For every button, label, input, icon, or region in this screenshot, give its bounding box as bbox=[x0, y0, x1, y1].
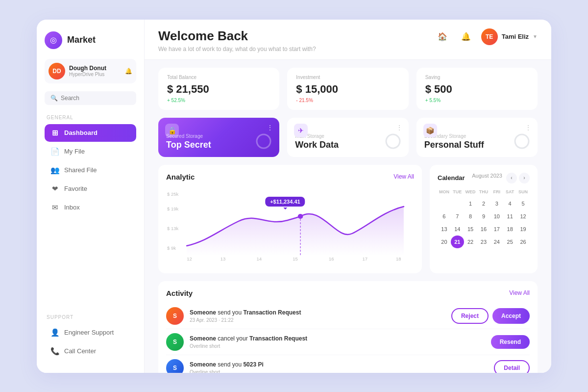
activity-view-all[interactable]: View All bbox=[509, 289, 530, 296]
calendar-day[interactable]: 26 bbox=[516, 235, 530, 248]
calendar-day[interactable]: 6 bbox=[438, 210, 451, 223]
svg-point-17 bbox=[298, 214, 303, 219]
calendar-day[interactable]: 21 bbox=[451, 235, 464, 248]
calendar-grid: MON TUE WED THU FRI SAT SUN 123456789101… bbox=[438, 188, 530, 248]
stat-card-balance: Total Balance $ 21,550 + 52.5% bbox=[158, 68, 279, 110]
phone-icon: 📞 bbox=[50, 347, 59, 356]
calendar-day[interactable]: 20 bbox=[438, 235, 451, 248]
svg-text:$ 25k: $ 25k bbox=[167, 192, 179, 197]
calendar-day[interactable]: 8 bbox=[464, 210, 477, 223]
activity-text: Someone send you 5023 Pi bbox=[190, 361, 488, 369]
cal-day-tue: TUE bbox=[451, 188, 464, 197]
calendar-prev-button[interactable]: ‹ bbox=[506, 173, 517, 183]
menu-dots-icon[interactable]: ⋮ bbox=[396, 124, 403, 131]
storage-card-top-secret[interactable]: 🔒 ⋮ Secured Storage Top Secret bbox=[158, 118, 279, 157]
storage-card-work-data[interactable]: ✈ ⋮ Main Storage Work Data bbox=[287, 118, 408, 157]
sidebar-logo: ◎ Market bbox=[45, 31, 136, 49]
calendar-day[interactable]: 2 bbox=[477, 197, 490, 210]
search-input[interactable] bbox=[61, 95, 130, 102]
analytic-view-all[interactable]: View All bbox=[393, 173, 414, 180]
activity-actions: Resend bbox=[491, 335, 530, 349]
svg-text:16: 16 bbox=[329, 257, 334, 261]
calendar-day[interactable]: 18 bbox=[503, 223, 516, 235]
calendar-day[interactable]: 4 bbox=[503, 197, 516, 210]
calendar-next-button[interactable]: › bbox=[519, 173, 530, 183]
reject-button[interactable]: Reject bbox=[451, 308, 489, 324]
sidebar-item-engineer[interactable]: 👤 Engineer Support bbox=[45, 324, 136, 341]
menu-dots-icon[interactable]: ⋮ bbox=[525, 124, 532, 131]
svg-text:14: 14 bbox=[256, 257, 262, 261]
calendar-day[interactable]: 13 bbox=[438, 223, 451, 235]
stat-label: Total Balance bbox=[167, 75, 270, 80]
calendar-day[interactable] bbox=[451, 197, 464, 210]
calendar-panel: Calendar August 2023 ‹ › MON TUE WED THU bbox=[430, 165, 538, 273]
dashboard-container: ◎ Market DD Dough Donut HyperDrive Plus … bbox=[37, 20, 551, 373]
sidebar-item-dashboard[interactable]: ⊞ Dashboard bbox=[45, 124, 136, 142]
calendar-day[interactable]: 16 bbox=[477, 223, 490, 235]
calendar-day[interactable]: 1 bbox=[464, 197, 477, 210]
calendar-day[interactable]: 24 bbox=[490, 235, 503, 248]
calendar-day[interactable]: 12 bbox=[516, 210, 530, 223]
user-profile[interactable]: DD Dough Donut HyperDrive Plus 🔔 bbox=[45, 59, 136, 83]
storage-row: 🔒 ⋮ Secured Storage Top Secret ✈ ⋮ Main … bbox=[145, 118, 551, 165]
stat-value: $ 21,550 bbox=[167, 83, 270, 96]
sidebar-item-inbox[interactable]: ✉ Inbox bbox=[45, 199, 136, 216]
sidebar-item-myfile[interactable]: 📄 My File bbox=[45, 143, 136, 160]
storage-progress-ring bbox=[384, 132, 402, 150]
calendar-day[interactable]: 7 bbox=[451, 210, 464, 223]
calendar-day[interactable]: 3 bbox=[490, 197, 503, 210]
general-section-label: GENERAL bbox=[45, 115, 136, 120]
calendar-day[interactable]: 14 bbox=[451, 223, 464, 235]
sidebar-item-label: Engineer Support bbox=[64, 329, 114, 336]
support-section: SUPPORT 👤 Engineer Support 📞 Call Center bbox=[45, 314, 136, 361]
analytic-title: Analytic bbox=[166, 173, 195, 181]
header: Welcome Back We have a lot of work to da… bbox=[145, 20, 551, 60]
activity-item: SSomeone send you Transaction Request23 … bbox=[166, 303, 530, 329]
calendar-day[interactable]: 17 bbox=[490, 223, 503, 235]
sidebar-item-sharedfile[interactable]: 👥 Shared File bbox=[45, 161, 136, 179]
stat-change: + 52.5% bbox=[167, 98, 270, 103]
header-user[interactable]: TE Tami Eliz ▼ bbox=[481, 28, 538, 45]
plane-icon: ✈ bbox=[294, 124, 308, 137]
calendar-day[interactable]: 9 bbox=[477, 210, 490, 223]
calendar-day[interactable]: 5 bbox=[516, 197, 530, 210]
activity-header: Activity View All bbox=[166, 289, 530, 297]
notification-bell-icon[interactable]: 🔔 bbox=[125, 68, 132, 75]
chevron-down-icon: ▼ bbox=[533, 34, 538, 39]
activity-item: SSomeone cancel your Transaction Request… bbox=[166, 329, 530, 355]
storage-card-personal[interactable]: 📦 ⋮ Secondary Storage Personal Stuff bbox=[416, 118, 538, 157]
accept-button[interactable]: Accept bbox=[492, 308, 530, 324]
calendar-day[interactable]: 25 bbox=[503, 235, 516, 248]
sidebar-item-favorite[interactable]: ❤ Favorite bbox=[45, 180, 136, 198]
bell-icon[interactable]: 🔔 bbox=[458, 28, 474, 45]
search-box[interactable]: 🔍 bbox=[45, 91, 136, 105]
calendar-day[interactable] bbox=[438, 197, 451, 210]
activity-text: Someone cancel your Transaction Request bbox=[190, 335, 485, 343]
calendar-day[interactable]: 10 bbox=[490, 210, 503, 223]
activity-avatar: S bbox=[166, 333, 184, 351]
header-right: 🏠 🔔 TE Tami Eliz ▼ bbox=[434, 28, 538, 45]
calendar-day[interactable]: 23 bbox=[477, 235, 490, 248]
calendar-nav: August 2023 ‹ › bbox=[472, 173, 530, 183]
activity-section: Activity View All SSomeone send you Tran… bbox=[158, 281, 538, 373]
detail-button[interactable]: Detail bbox=[494, 360, 530, 373]
sidebar: ◎ Market DD Dough Donut HyperDrive Plus … bbox=[37, 20, 145, 373]
home-icon[interactable]: 🏠 bbox=[434, 28, 451, 45]
activity-avatar: S bbox=[166, 307, 184, 325]
storage-progress-ring bbox=[513, 132, 531, 150]
activity-info: Someone cancel your Transaction RequestO… bbox=[190, 335, 485, 349]
logo-icon: ◎ bbox=[45, 31, 62, 49]
stat-card-investment: Investment $ 15,000 - 21.5% bbox=[287, 68, 408, 110]
calendar-day[interactable]: 11 bbox=[503, 210, 516, 223]
resend-button[interactable]: Resend bbox=[491, 335, 530, 349]
calendar-day[interactable]: 15 bbox=[464, 223, 477, 235]
bottom-section: Analytic View All +$11,234.41 $ 25k $ 19… bbox=[145, 165, 551, 281]
menu-dots-icon[interactable]: ⋮ bbox=[267, 124, 273, 131]
sidebar-item-callcenter[interactable]: 📞 Call Center bbox=[45, 342, 136, 360]
calendar-day[interactable]: 19 bbox=[516, 223, 530, 235]
calendar-day[interactable]: 22 bbox=[464, 235, 477, 248]
file-icon: 📄 bbox=[50, 147, 59, 156]
activity-title: Activity bbox=[166, 289, 193, 297]
page-subtitle: We have a lot of work to day, what do yo… bbox=[158, 46, 316, 52]
svg-text:$ 19k: $ 19k bbox=[167, 207, 179, 211]
